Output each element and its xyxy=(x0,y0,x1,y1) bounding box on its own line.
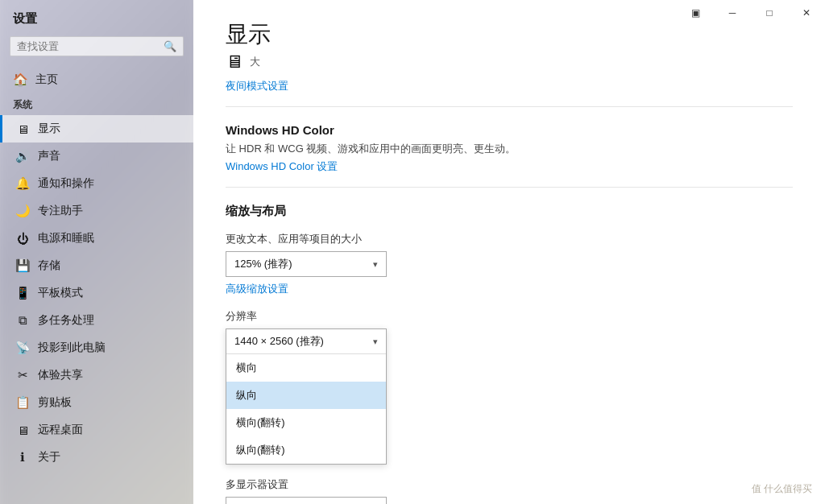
storage-icon: 💾 xyxy=(15,258,30,273)
monitor-icon: ▣ xyxy=(691,7,700,19)
sound-icon: 🔊 xyxy=(15,149,30,163)
resolution-label: 分辨率 xyxy=(226,309,793,324)
sidebar-item-label-shared: 体验共享 xyxy=(38,368,83,382)
minimize-button[interactable]: ─ xyxy=(714,0,751,26)
power-icon: ⏻ xyxy=(15,232,30,246)
multi-display-label: 多显示器设置 xyxy=(226,477,793,492)
sidebar-item-clipboard[interactable]: 📋剪贴板 xyxy=(0,389,193,416)
nav-list: 🖥显示🔊声音🔔通知和操作🌙专注助手⏻电源和睡眠💾存储📱平板模式⧉多任务处理📡投影… xyxy=(0,115,193,471)
section-label: 系统 xyxy=(0,93,193,115)
multitask-icon: ⧉ xyxy=(15,313,30,328)
content-area: 显示 🖥 大 夜间模式设置 Windows HD Color 让 HDR 和 W… xyxy=(193,0,825,504)
title-bar: ▣ ─ □ ✕ xyxy=(677,0,825,26)
resolution-dropdown-arrow: ▾ xyxy=(373,337,378,347)
search-icon: 🔍 xyxy=(164,40,176,52)
orientation-option[interactable]: 纵向 xyxy=(226,382,386,409)
sidebar-item-label-project: 投影到此电脑 xyxy=(38,341,106,355)
resolution-dropdown-header[interactable]: 1440 × 2560 (推荐) ▾ xyxy=(226,329,386,354)
remote-icon: 🖥 xyxy=(15,423,30,437)
night-mode-link[interactable]: 夜间模式设置 xyxy=(226,80,288,92)
sidebar-item-remote[interactable]: 🖥远程桌面 xyxy=(0,416,193,444)
resolution-dropdown-container: 1440 × 2560 (推荐) ▾ 横向纵向横向(翻转)纵向(翻转) xyxy=(226,328,387,465)
shared-icon: ✂ xyxy=(15,368,30,382)
sidebar-item-label-about: 关于 xyxy=(38,450,60,465)
sidebar-item-label-clipboard: 剪贴板 xyxy=(38,395,72,410)
orientation-option[interactable]: 纵向(翻转) xyxy=(226,436,386,464)
scale-value: 125% (推荐) xyxy=(234,257,292,271)
about-icon: ℹ xyxy=(15,450,30,465)
sidebar-item-label-tablet: 平板模式 xyxy=(38,286,83,300)
separator-2 xyxy=(226,187,793,188)
monitor-icon-btn: ▣ xyxy=(677,0,714,26)
hd-color-link[interactable]: Windows HD Color 设置 xyxy=(226,160,338,172)
main-panel: ▣ ─ □ ✕ 显示 🖥 大 夜间模式设置 Windows HD Color 让… xyxy=(193,0,825,504)
sidebar-item-label-storage: 存储 xyxy=(38,258,60,273)
sidebar-item-label-notifications: 通知和操作 xyxy=(38,176,94,191)
sidebar-item-display[interactable]: 🖥显示 xyxy=(0,115,193,143)
sidebar-item-notifications[interactable]: 🔔通知和操作 xyxy=(0,170,193,197)
sidebar-item-power[interactable]: ⏻电源和睡眠 xyxy=(0,225,193,252)
search-input[interactable] xyxy=(17,40,164,52)
separator-1 xyxy=(226,106,793,107)
sidebar-item-storage[interactable]: 💾存储 xyxy=(0,252,193,279)
resolution-value: 1440 × 2560 (推荐) xyxy=(234,334,324,349)
sidebar-item-label-power: 电源和睡眠 xyxy=(38,231,94,246)
sidebar: 设置 🔍 🏠 主页 系统 🖥显示🔊声音🔔通知和操作🌙专注助手⏻电源和睡眠💾存储📱… xyxy=(0,0,193,504)
scale-dropdown[interactable]: 125% (推荐) ▾ xyxy=(226,251,387,277)
sidebar-item-label-sound: 声音 xyxy=(38,149,60,163)
sidebar-item-sound[interactable]: 🔊声音 xyxy=(0,143,193,170)
orientation-option[interactable]: 横向(翻转) xyxy=(226,409,386,436)
clipboard-icon: 📋 xyxy=(15,395,30,410)
multi-display-dropdown[interactable]: 扩展这些显示器 ▾ xyxy=(226,497,387,504)
display-icon: 🖥 xyxy=(226,52,243,72)
sidebar-item-label-remote: 远程桌面 xyxy=(38,423,83,437)
search-box[interactable]: 🔍 xyxy=(10,36,184,56)
tablet-icon: 📱 xyxy=(15,286,30,300)
scale-dropdown-arrow: ▾ xyxy=(373,259,378,270)
hd-color-title: Windows HD Color xyxy=(226,123,793,137)
focus-icon: 🌙 xyxy=(15,204,30,218)
maximize-button[interactable]: □ xyxy=(751,0,788,26)
orientation-option[interactable]: 横向 xyxy=(226,354,386,382)
orientation-options-list: 横向纵向横向(翻转)纵向(翻转) xyxy=(226,354,386,464)
project-icon: 📡 xyxy=(15,341,30,355)
close-button[interactable]: ✕ xyxy=(788,0,825,26)
home-label: 主页 xyxy=(35,72,58,87)
app-title: 设置 xyxy=(0,0,193,33)
home-icon: 🏠 xyxy=(13,72,27,87)
sidebar-item-multitask[interactable]: ⧉多任务处理 xyxy=(0,307,193,334)
hd-color-desc: 让 HDR 和 WCG 视频、游戏和应用中的画面更明亮、更生动。 xyxy=(226,142,793,156)
sidebar-item-project[interactable]: 📡投影到此电脑 xyxy=(0,334,193,361)
scale-section-title: 缩放与布局 xyxy=(226,204,793,219)
display-icon: 🖥 xyxy=(15,122,30,136)
resolution-dropdown[interactable]: 1440 × 2560 (推荐) ▾ 横向纵向横向(翻转)纵向(翻转) xyxy=(226,328,387,465)
sidebar-item-focus[interactable]: 🌙专注助手 xyxy=(0,197,193,225)
scale-desc: 更改文本、应用等项目的大小 xyxy=(226,232,793,246)
notifications-icon: 🔔 xyxy=(15,176,30,191)
sidebar-item-shared[interactable]: ✂体验共享 xyxy=(0,361,193,389)
sidebar-item-label-multitask: 多任务处理 xyxy=(38,313,94,328)
advanced-scale-link[interactable]: 高级缩放设置 xyxy=(226,283,288,295)
display-icon-row: 🖥 大 xyxy=(226,52,793,72)
sidebar-item-tablet[interactable]: 📱平板模式 xyxy=(0,279,193,307)
nav-item-home[interactable]: 🏠 主页 xyxy=(0,66,193,93)
sidebar-item-label-focus: 专注助手 xyxy=(38,204,83,218)
sidebar-item-label-display: 显示 xyxy=(38,122,60,136)
sidebar-item-about[interactable]: ℹ关于 xyxy=(0,444,193,471)
